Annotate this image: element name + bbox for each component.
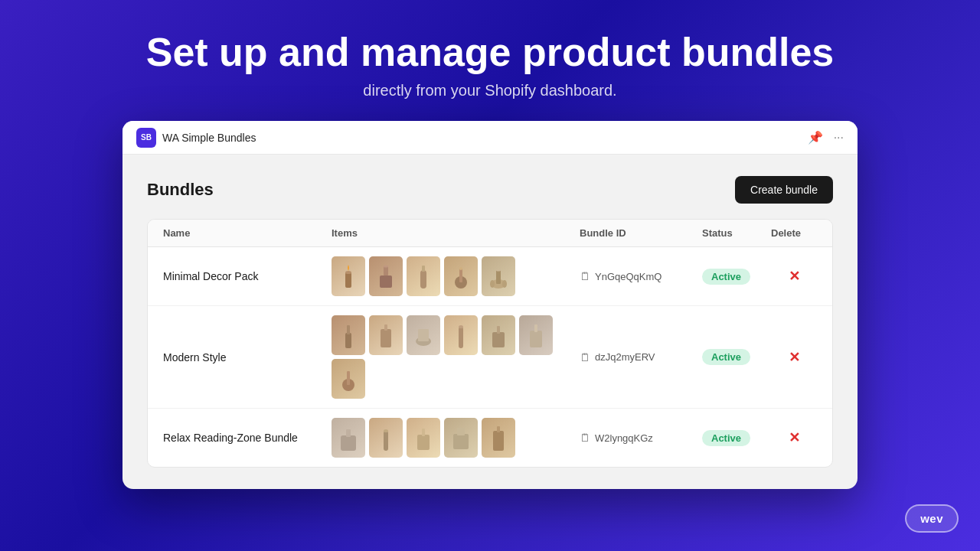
table-row: Minimal Decor Pack	[148, 247, 832, 306]
doc-icon-2: 🗒	[580, 351, 590, 364]
doc-icon-1: 🗒	[580, 270, 590, 282]
delete-cell-1: ✕	[771, 268, 817, 285]
bundle-id-cell-3: 🗒 W2lyngqKGz	[580, 432, 702, 444]
hero-title: Set up and manage product bundles	[146, 31, 835, 74]
col-delete: Delete	[771, 227, 817, 239]
table-row: Modern Style	[148, 306, 832, 409]
status-badge-2: Active	[702, 349, 750, 365]
bundle-id-value-3: W2lyngqKGz	[595, 432, 653, 444]
status-cell-1: Active	[702, 269, 771, 285]
thumb-2-6	[519, 315, 553, 355]
svg-point-14	[502, 280, 507, 288]
svg-rect-8	[459, 269, 462, 282]
thumb-2-7	[332, 359, 365, 399]
bundle-id-value-1: YnGqeQqKmQ	[595, 271, 662, 282]
svg-rect-37	[493, 431, 504, 451]
table-row: Relax Reading-Zone Bundle	[148, 409, 832, 467]
bundle-name-2: Modern Style	[163, 351, 332, 364]
table-header: Name Items Bundle ID Status Delete	[148, 220, 832, 247]
svg-rect-15	[345, 333, 351, 348]
bundle-id-value-2: dzJq2myERV	[595, 351, 655, 363]
app-name: WA Simple Bundles	[162, 132, 256, 144]
app-window: SB WA Simple Bundles 📌 ··· Bundles Creat…	[122, 121, 858, 489]
svg-rect-36	[457, 428, 465, 435]
status-badge-3: Active	[702, 430, 750, 446]
content-area: Bundles Create bundle Name Items Bundle …	[122, 155, 858, 489]
items-cell-3	[332, 418, 580, 458]
bottom-logo: wev	[905, 504, 959, 533]
thumb-2-3	[407, 315, 440, 355]
svg-rect-24	[497, 326, 500, 334]
thumb-2-5	[482, 315, 515, 355]
pin-icon[interactable]: 📌	[808, 130, 823, 145]
svg-rect-23	[492, 332, 505, 347]
thumb-1-4	[444, 256, 478, 296]
col-bundle-id: Bundle ID	[580, 227, 702, 239]
svg-rect-26	[534, 324, 537, 332]
bundles-header: Bundles Create bundle	[147, 176, 833, 204]
thumb-3-5	[482, 418, 515, 458]
status-cell-3: Active	[702, 430, 771, 446]
delete-cell-2: ✕	[771, 349, 817, 366]
svg-rect-5	[420, 270, 426, 289]
thumb-1-1	[332, 256, 365, 296]
bundles-table: Name Items Bundle ID Status Delete Minim…	[147, 219, 833, 468]
delete-cell-3: ✕	[771, 429, 817, 446]
svg-point-32	[384, 429, 388, 432]
svg-rect-20	[418, 329, 429, 341]
thumb-2-1	[332, 315, 365, 355]
delete-button-1[interactable]: ✕	[789, 268, 800, 285]
status-badge-1: Active	[702, 269, 750, 285]
delete-button-3[interactable]: ✕	[789, 429, 800, 446]
svg-rect-28	[347, 371, 350, 385]
svg-rect-25	[530, 331, 542, 347]
items-cell-1	[332, 256, 580, 296]
doc-icon-3: 🗒	[580, 432, 590, 444]
col-status: Status	[702, 227, 771, 239]
svg-rect-35	[453, 434, 469, 449]
svg-point-9	[459, 267, 462, 270]
svg-rect-0	[345, 272, 351, 288]
window-topbar: SB WA Simple Bundles 📌 ···	[122, 121, 858, 155]
svg-rect-31	[384, 431, 388, 451]
svg-point-12	[496, 269, 501, 272]
svg-point-22	[459, 325, 463, 328]
col-name: Name	[163, 227, 332, 239]
items-cell-2	[332, 315, 580, 399]
svg-point-1	[345, 271, 351, 274]
svg-rect-6	[422, 266, 425, 272]
svg-rect-29	[341, 435, 356, 451]
more-icon[interactable]: ···	[834, 131, 844, 145]
thumb-1-2	[369, 256, 403, 296]
thumb-1-3	[407, 256, 440, 296]
svg-rect-17	[381, 329, 391, 347]
bundles-title: Bundles	[147, 180, 214, 200]
svg-rect-30	[346, 429, 351, 437]
hero-subtitle: directly from your Shopify dashboard.	[146, 82, 835, 99]
thumb-1-5	[482, 256, 515, 296]
thumb-2-4	[444, 315, 478, 355]
svg-rect-38	[497, 426, 500, 432]
bundle-name-1: Minimal Decor Pack	[163, 270, 332, 282]
create-bundle-button[interactable]: Create bundle	[735, 176, 833, 204]
topbar-left: SB WA Simple Bundles	[136, 128, 256, 148]
svg-rect-16	[347, 325, 350, 334]
svg-rect-2	[380, 276, 392, 288]
topbar-right: 📌 ···	[808, 130, 844, 145]
svg-rect-3	[384, 266, 388, 276]
bundle-name-3: Relax Reading-Zone Bundle	[163, 432, 332, 444]
status-cell-2: Active	[702, 349, 771, 365]
thumb-2-2	[369, 315, 403, 355]
app-icon: SB	[136, 128, 156, 148]
svg-rect-11	[496, 270, 501, 284]
thumb-3-1	[332, 418, 365, 458]
col-items: Items	[332, 227, 580, 239]
svg-rect-21	[459, 327, 463, 348]
svg-rect-33	[417, 435, 430, 450]
thumb-3-3	[407, 418, 440, 458]
delete-button-2[interactable]: ✕	[789, 349, 800, 366]
bundle-id-cell-2: 🗒 dzJq2myERV	[580, 351, 702, 364]
svg-point-4	[384, 266, 388, 268]
bundle-id-cell-1: 🗒 YnGqeQqKmQ	[580, 270, 702, 282]
svg-rect-18	[384, 324, 387, 331]
